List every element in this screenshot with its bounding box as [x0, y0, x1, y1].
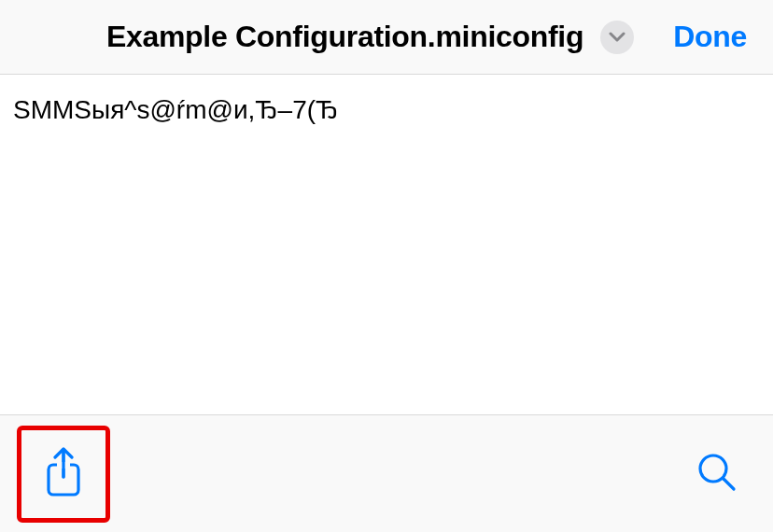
content-area: SMMSыя^s@ŕm@и,Ђ–7(Ђ	[0, 75, 773, 414]
search-icon	[696, 480, 738, 496]
file-content-text: SMMSыя^s@ŕm@и,Ђ–7(Ђ	[13, 93, 760, 127]
bottom-toolbar	[0, 414, 773, 532]
chevron-down-icon	[609, 29, 625, 46]
done-button[interactable]: Done	[673, 20, 747, 54]
search-button[interactable]	[696, 452, 738, 497]
file-title: Example Configuration.miniconfig	[106, 20, 583, 54]
dropdown-toggle[interactable]	[600, 21, 634, 54]
share-icon	[44, 484, 83, 500]
share-button[interactable]	[44, 447, 83, 501]
svg-point-2	[700, 455, 726, 482]
header-bar: Example Configuration.miniconfig Done	[0, 0, 773, 75]
share-button-highlight	[17, 426, 110, 523]
